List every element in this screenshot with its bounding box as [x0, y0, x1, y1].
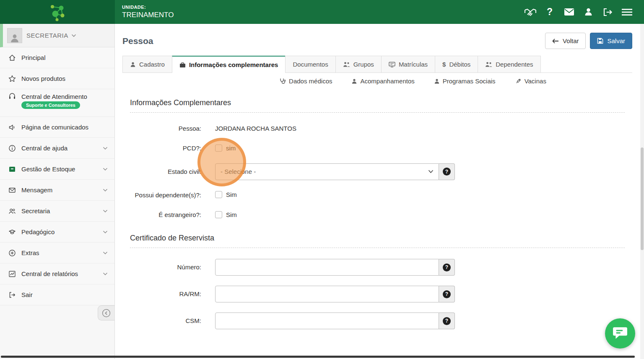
tab-label: Grupos	[353, 61, 374, 68]
sidebar-item-pagina-comunicados[interactable]: Página de comunicados	[0, 117, 114, 138]
tabs-row-2: Dados médicos Acompanhamentos Programas …	[122, 73, 632, 88]
pessoa-value: JORDANA ROCHA SANTOS	[215, 125, 296, 132]
field-row-estado-civil: Estado civil: - Selecione - ?	[130, 163, 625, 180]
vertical-scrollbar-thumb[interactable]	[641, 147, 644, 250]
tab-documentos[interactable]: Documentos	[285, 56, 335, 72]
info-icon	[7, 145, 18, 152]
tab-dados-medicos[interactable]: Dados médicos	[280, 77, 332, 85]
home-icon	[7, 54, 18, 62]
person-icon	[351, 78, 357, 84]
chevron-down-icon	[103, 251, 108, 255]
megaphone-icon	[7, 124, 18, 131]
sidebar-user-menu[interactable]: SECRETARIA	[0, 24, 114, 47]
ra-rm-input[interactable]	[215, 286, 439, 302]
vertical-scrollbar-track[interactable]	[640, 24, 644, 359]
sidebar-item-label: Gestão de Estoque	[21, 165, 75, 173]
tab-vacinas[interactable]: Vacinas	[515, 77, 546, 85]
sidebar-item-central-ajuda[interactable]: Central de ajuda	[0, 138, 114, 159]
topbar-actions: ?	[523, 5, 644, 19]
user-icon[interactable]	[581, 5, 595, 19]
sidebar-item-label: Central de Atendimento	[21, 93, 87, 100]
star-icon	[7, 75, 18, 83]
question-icon: ?	[443, 290, 451, 298]
tab-label: Cadastro	[139, 61, 165, 68]
question-icon: ?	[443, 317, 451, 325]
chat-button[interactable]	[605, 318, 635, 349]
mail-icon[interactable]	[562, 5, 576, 19]
field-row-csm: CSM: ?	[130, 313, 625, 329]
chart-icon	[7, 270, 18, 278]
sidebar-item-central-atendimento[interactable]: Central de Atendimento Suporte e Consult…	[0, 89, 114, 117]
field-row-estrangeiro: É estrangeiro?: Sim	[130, 210, 625, 220]
help-icon[interactable]: ?	[543, 5, 557, 19]
sidebar-item-mensagem[interactable]: Mensagem	[0, 180, 114, 201]
tab-cadastro[interactable]: Cadastro	[122, 56, 172, 72]
tab-acompanhamentos[interactable]: Acompanhamentos	[351, 77, 414, 85]
section-title-reservista: Certificado de Reservista	[130, 234, 625, 248]
numero-help-button[interactable]: ?	[439, 259, 455, 276]
sidebar-collapse-button[interactable]	[98, 305, 114, 320]
person-icon	[130, 62, 136, 67]
page-title: Pessoa	[122, 36, 153, 46]
tab-label: Documentos	[293, 61, 328, 68]
sidebar-item-label: Página de comunicados	[21, 124, 88, 131]
numero-input[interactable]	[215, 259, 439, 276]
sidebar-item-gestao-estoque[interactable]: Gestão de Estoque	[0, 159, 114, 180]
numero-label: Número:	[130, 262, 201, 272]
form-content: Informações Complementares Pessoa: JORDA…	[115, 88, 644, 329]
sidebar-item-sair[interactable]: Sair	[0, 284, 114, 305]
sidebar: SECRETARIA Principal Novos produtos Cent…	[0, 24, 115, 359]
headset-icon	[7, 93, 18, 100]
estrangeiro-checkbox[interactable]	[215, 211, 222, 218]
estado-civil-select[interactable]: - Selecione -	[215, 163, 439, 180]
save-button[interactable]: Salvar	[590, 33, 632, 49]
estado-civil-label: Estado civil:	[130, 167, 201, 176]
logout-icon[interactable]	[600, 5, 615, 19]
chevron-down-icon	[71, 34, 76, 37]
sidebar-item-label: Novos produtos	[21, 75, 65, 82]
topbar: UNIDADE: TREINAMENTO ?	[0, 0, 644, 24]
tab-dependentes[interactable]: Dependentes	[478, 56, 540, 72]
sidebar-item-pedagogico[interactable]: Pedagógico	[0, 222, 114, 243]
logout-icon	[7, 291, 18, 299]
tab-programas-sociais[interactable]: Programas Sociais	[434, 77, 496, 85]
estado-civil-help-button[interactable]: ?	[439, 163, 455, 180]
chevron-down-icon	[103, 168, 108, 171]
tab-matriculas[interactable]: Matrículas	[381, 56, 435, 72]
sidebar-item-central-relatorios[interactable]: Central de relatórios	[0, 263, 114, 284]
sidebar-item-label: Sair	[21, 291, 33, 298]
menu-icon[interactable]	[620, 5, 634, 19]
book-icon	[389, 62, 395, 67]
header-actions: Voltar Salvar	[545, 33, 632, 49]
estado-civil-selected-value: - Selecione -	[221, 168, 256, 175]
back-button[interactable]: Voltar	[545, 33, 586, 49]
pcd-checkbox[interactable]	[215, 145, 222, 152]
unit-value: TREINAMENTO	[122, 11, 174, 19]
handshake-icon[interactable]	[523, 5, 538, 19]
dependentes-checkbox-label: Sim	[226, 191, 237, 198]
user-role-label: SECRETARIA	[26, 32, 68, 39]
unit-indicator: UNIDADE: TREINAMENTO	[122, 5, 174, 19]
sidebar-item-principal[interactable]: Principal	[0, 47, 114, 68]
estrangeiro-label: É estrangeiro?:	[130, 210, 201, 220]
question-icon: ?	[443, 168, 451, 176]
dependentes-checkbox[interactable]	[215, 191, 222, 198]
csm-help-button[interactable]: ?	[439, 313, 455, 329]
tab-label: Dados médicos	[289, 77, 332, 85]
tab-label: Vacinas	[525, 77, 546, 85]
sidebar-item-novos-produtos[interactable]: Novos produtos	[0, 68, 114, 89]
sidebar-item-label: Pedagógico	[21, 228, 55, 235]
sidebar-item-secretaria[interactable]: Secretaria	[0, 201, 114, 222]
section-title-complementares: Informações Complementares	[130, 98, 625, 113]
tab-grupos[interactable]: Grupos	[335, 56, 382, 72]
ra-rm-help-button[interactable]: ?	[439, 286, 455, 302]
people-icon	[7, 207, 18, 215]
tab-label: Acompanhamentos	[360, 77, 414, 85]
horizontal-scrollbar-thumb[interactable]	[1, 356, 635, 358]
sidebar-item-label: Central de ajuda	[21, 145, 68, 152]
tab-debitos[interactable]: $ Débitos	[435, 56, 478, 72]
tab-informacoes-complementares[interactable]: Informações complementares	[172, 56, 286, 73]
sidebar-item-extras[interactable]: Extras	[0, 243, 114, 263]
app-logo[interactable]	[0, 0, 115, 24]
csm-input[interactable]	[215, 313, 439, 329]
